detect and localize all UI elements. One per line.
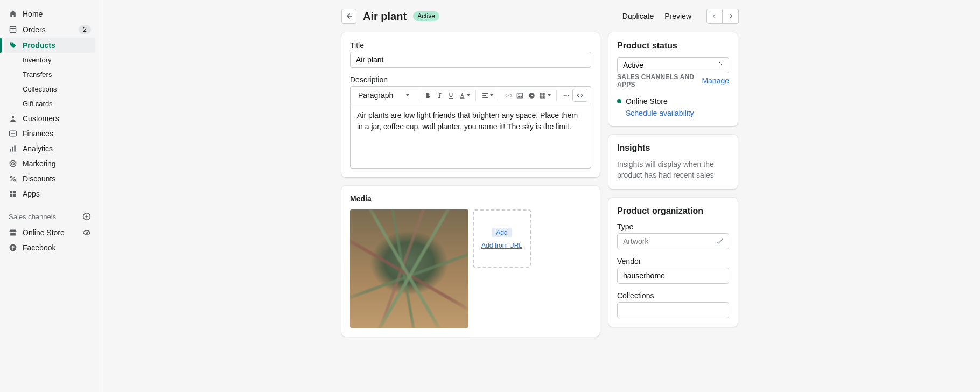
add-media-button[interactable]: Add	[492, 228, 512, 237]
air-plant-image	[350, 209, 468, 328]
code-icon	[576, 92, 584, 99]
caret-icon	[406, 94, 409, 96]
title-label: Title	[350, 41, 591, 50]
italic-icon	[436, 92, 444, 100]
nav-orders[interactable]: Orders 2	[4, 22, 95, 38]
title-description-card: Title Description Paragraph	[341, 32, 600, 177]
rte-toolbar: Paragraph	[350, 86, 591, 104]
preview-button[interactable]: Preview	[664, 12, 691, 20]
nav-label: Orders	[23, 25, 46, 34]
nav-online-store[interactable]: Online Store	[4, 225, 95, 240]
orders-icon	[9, 25, 17, 34]
back-button[interactable]	[341, 9, 356, 24]
status-select[interactable]: Active	[617, 57, 729, 73]
collections-input[interactable]	[617, 302, 729, 318]
svg-rect-10	[10, 191, 12, 193]
svg-rect-0	[10, 26, 16, 32]
nav-inventory[interactable]: Inventory	[4, 53, 95, 67]
wand-icon[interactable]	[716, 237, 725, 246]
text-color-button[interactable]	[457, 89, 471, 102]
underline-button[interactable]	[446, 89, 456, 102]
add-channel-icon[interactable]	[82, 212, 91, 221]
svg-rect-11	[13, 191, 16, 193]
orders-badge: 2	[79, 25, 91, 34]
insights-card: Insights Insights will display when the …	[608, 135, 738, 189]
bold-button[interactable]	[423, 89, 433, 102]
italic-button[interactable]	[435, 89, 445, 102]
duplicate-button[interactable]: Duplicate	[622, 12, 654, 20]
sidebar: Home Orders 2 Products Inventory Transfe…	[0, 0, 100, 392]
nav-label: Products	[23, 41, 55, 50]
type-label: Type	[617, 222, 729, 231]
media-card: Media Add Add from URL	[341, 186, 600, 337]
analytics-icon	[9, 144, 17, 153]
status-badge: Active	[413, 11, 439, 21]
svg-point-1	[12, 116, 15, 118]
table-button[interactable]	[538, 89, 552, 102]
nav-collections[interactable]: Collections	[4, 82, 95, 96]
nav-apps[interactable]: Apps	[4, 186, 95, 201]
view-store-icon[interactable]	[82, 228, 91, 237]
nav-finances[interactable]: Finances	[4, 126, 95, 141]
page-header: Air plant Active Duplicate Preview	[341, 9, 739, 24]
manage-channels-link[interactable]: Manage	[702, 76, 729, 85]
svg-point-8	[10, 176, 12, 178]
vendor-label: Vendor	[617, 257, 729, 265]
product-status-card: Product status Active Sales channels and…	[608, 32, 738, 126]
channels-label: Sales channels and apps	[617, 73, 702, 88]
status-dot-icon	[617, 99, 621, 103]
image-button[interactable]	[515, 89, 525, 102]
align-icon	[481, 92, 489, 100]
prev-product-button[interactable]	[706, 9, 723, 24]
description-label: Description	[350, 75, 591, 84]
nav-transfers[interactable]: Transfers	[4, 67, 95, 82]
facebook-icon	[9, 243, 17, 252]
nav-discounts[interactable]: Discounts	[4, 171, 95, 186]
link-icon	[505, 92, 513, 100]
bold-icon	[424, 92, 432, 100]
table-icon	[539, 92, 547, 100]
nav-facebook[interactable]: Facebook	[4, 240, 95, 255]
schedule-availability-link[interactable]: Schedule availability	[626, 109, 729, 117]
nav-marketing[interactable]: Marketing	[4, 156, 95, 171]
svg-point-26	[565, 95, 566, 96]
sales-channels-heading: Sales channels	[4, 208, 95, 225]
nav-customers[interactable]: Customers	[4, 111, 95, 126]
product-image[interactable]	[350, 209, 468, 328]
svg-rect-13	[13, 194, 16, 197]
add-from-url-link[interactable]: Add from URL	[481, 242, 522, 249]
title-input[interactable]	[350, 52, 591, 68]
next-product-button[interactable]	[723, 9, 739, 24]
text-color-icon	[458, 92, 466, 100]
svg-rect-18	[482, 93, 488, 94]
nav-gift-cards[interactable]: Gift cards	[4, 96, 95, 111]
media-dropzone[interactable]: Add Add from URL	[473, 209, 531, 268]
svg-point-9	[14, 180, 16, 181]
finances-icon	[9, 129, 17, 138]
svg-rect-5	[14, 145, 15, 151]
more-button[interactable]	[561, 89, 571, 102]
tag-icon	[9, 41, 17, 50]
description-editor[interactable]: Air plants are low light friends that br…	[350, 104, 591, 169]
vendor-input[interactable]	[617, 268, 729, 284]
apps-icon	[9, 190, 17, 198]
svg-point-22	[519, 94, 520, 95]
nav-analytics[interactable]: Analytics	[4, 141, 95, 156]
underline-icon	[447, 92, 455, 100]
more-icon	[562, 92, 570, 100]
nav-home[interactable]: Home	[4, 6, 95, 22]
main: Air plant Active Duplicate Preview	[100, 0, 980, 392]
video-button[interactable]	[527, 89, 537, 102]
link-button[interactable]	[503, 89, 514, 102]
nav-products[interactable]: Products	[4, 38, 95, 53]
paragraph-select[interactable]: Paragraph	[354, 89, 414, 102]
chevron-right-icon	[727, 13, 734, 19]
type-input[interactable]	[617, 233, 729, 249]
media-heading: Media	[350, 194, 591, 203]
svg-point-27	[568, 95, 569, 96]
svg-rect-24	[540, 93, 545, 98]
collections-label: Collections	[617, 291, 729, 300]
code-view-button[interactable]	[572, 89, 587, 102]
align-button[interactable]	[480, 89, 494, 102]
arrow-left-icon	[345, 12, 353, 20]
